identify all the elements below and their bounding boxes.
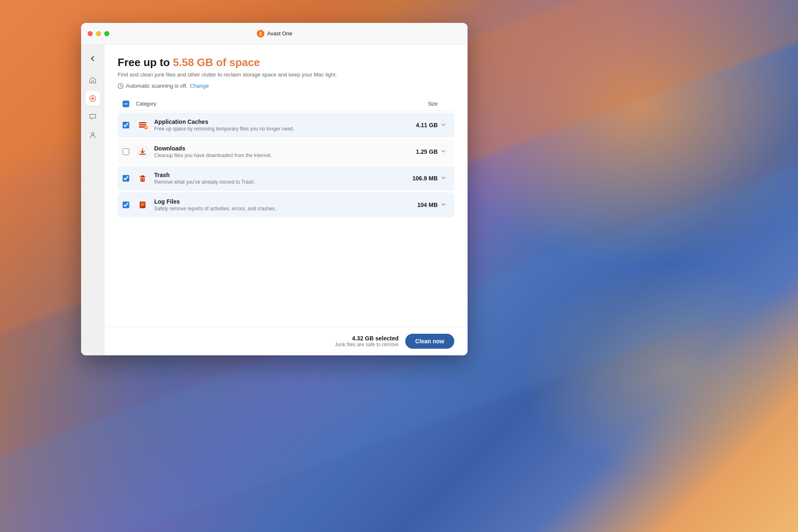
chevron-down-icon bbox=[441, 122, 446, 127]
sparkle-icon bbox=[89, 95, 96, 102]
content-header: Free up to 5.58 GB of space Find and cle… bbox=[104, 44, 468, 97]
auto-scan-text: Automatic scanning is off. bbox=[126, 83, 187, 89]
row-text-trash: Trash Remove what you've already moved t… bbox=[154, 172, 400, 185]
window-footer: 4.32 GB selected Junk files are safe to … bbox=[104, 327, 468, 355]
close-button[interactable] bbox=[88, 31, 93, 36]
page-title: Free up to 5.58 GB of space bbox=[118, 56, 454, 69]
row-name-app-caches: Application Caches bbox=[154, 118, 400, 125]
titlebar-logo: Avast One bbox=[256, 30, 292, 38]
downloads-icon bbox=[137, 146, 148, 158]
back-arrow-icon bbox=[89, 55, 96, 62]
message-icon bbox=[89, 113, 96, 121]
change-link[interactable]: Change bbox=[190, 83, 209, 89]
row-size-trash: 106.9 MB bbox=[400, 175, 438, 182]
main-content: Free up to 5.58 GB of space Find and cle… bbox=[104, 44, 468, 355]
row-checkbox-downloads[interactable] bbox=[123, 148, 129, 155]
table-row[interactable]: Application Caches Free up space by remo… bbox=[118, 113, 454, 138]
home-icon bbox=[89, 76, 96, 84]
person-icon bbox=[89, 131, 96, 139]
sidebar bbox=[81, 44, 104, 355]
row-icon-trash bbox=[136, 172, 149, 185]
back-button[interactable] bbox=[85, 51, 100, 66]
table-row[interactable]: Trash Remove what you've already moved t… bbox=[118, 166, 454, 191]
log-files-icon bbox=[137, 199, 148, 211]
row-chevron-app-caches[interactable] bbox=[438, 122, 449, 128]
table-header-size: Size bbox=[388, 101, 438, 107]
row-desc-trash: Remove what you've already moved to Tras… bbox=[154, 179, 400, 185]
window-body: Free up to 5.58 GB of space Find and cle… bbox=[81, 44, 468, 355]
row-size-log-files: 104 MB bbox=[400, 202, 438, 208]
row-size-app-caches: 4.11 GB bbox=[400, 122, 438, 128]
clock-icon bbox=[118, 83, 123, 89]
row-text-log-files: Log Files Safely remove reports of activ… bbox=[154, 198, 400, 212]
avast-logo-icon bbox=[256, 30, 265, 38]
row-icon-log-files bbox=[136, 198, 149, 212]
row-size-downloads: 1.25 GB bbox=[400, 148, 438, 155]
row-desc-app-caches: Free up space by removing temporary file… bbox=[154, 126, 400, 132]
table-header-category: Category bbox=[136, 101, 388, 107]
svg-rect-11 bbox=[140, 177, 145, 182]
row-chevron-trash[interactable] bbox=[438, 175, 449, 182]
row-name-log-files: Log Files bbox=[154, 198, 400, 205]
row-name-trash: Trash bbox=[154, 172, 400, 178]
row-checkbox-log-files[interactable] bbox=[123, 202, 129, 208]
sidebar-item-messages[interactable] bbox=[85, 109, 100, 124]
sidebar-item-account[interactable] bbox=[85, 128, 100, 143]
table-row[interactable]: Log Files Safely remove reports of activ… bbox=[118, 192, 454, 217]
maximize-button[interactable] bbox=[104, 31, 109, 36]
app-caches-icon bbox=[137, 119, 148, 131]
row-text-app-caches: Application Caches Free up space by remo… bbox=[154, 118, 400, 132]
footer-selected: 4.32 GB selected bbox=[335, 335, 399, 342]
row-icon-app-caches bbox=[136, 118, 149, 132]
sidebar-item-cleanup[interactable] bbox=[85, 91, 100, 106]
trash-icon bbox=[137, 172, 148, 184]
chevron-down-icon bbox=[441, 149, 446, 154]
table-header: Category Size bbox=[118, 97, 454, 111]
page-title-highlight: 5.58 GB of space bbox=[173, 56, 260, 69]
sidebar-item-home[interactable] bbox=[85, 73, 100, 88]
auto-scan-notice: Automatic scanning is off. Change bbox=[118, 83, 454, 89]
row-checkbox-trash[interactable] bbox=[123, 175, 129, 182]
table-row[interactable]: Downloads Cleanup files you have downloa… bbox=[118, 139, 454, 164]
footer-safe: Junk files are safe to remove bbox=[335, 342, 399, 347]
chevron-down-icon bbox=[441, 175, 446, 180]
page-subtitle: Find and clean junk files and other clut… bbox=[118, 71, 454, 78]
footer-info: 4.32 GB selected Junk files are safe to … bbox=[335, 335, 399, 347]
row-checkbox-app-caches[interactable] bbox=[123, 122, 129, 128]
svg-point-2 bbox=[91, 133, 94, 135]
svg-rect-5 bbox=[139, 122, 146, 123]
select-all-checkbox[interactable] bbox=[123, 101, 129, 107]
row-chevron-downloads[interactable] bbox=[438, 149, 449, 155]
table-container: Category Size bbox=[104, 97, 468, 327]
row-text-downloads: Downloads Cleanup files you have downloa… bbox=[154, 145, 400, 158]
row-name-downloads: Downloads bbox=[154, 145, 400, 152]
traffic-lights bbox=[88, 31, 109, 36]
row-icon-downloads bbox=[136, 145, 149, 158]
titlebar: Avast One bbox=[81, 23, 468, 44]
minimize-button[interactable] bbox=[96, 31, 101, 36]
svg-rect-6 bbox=[139, 124, 146, 126]
page-title-prefix: Free up to bbox=[118, 56, 173, 69]
row-desc-log-files: Safely remove reports of activities, err… bbox=[154, 206, 400, 212]
svg-rect-13 bbox=[140, 202, 145, 208]
chevron-down-icon bbox=[441, 202, 446, 207]
clean-now-button[interactable]: Clean now bbox=[405, 334, 454, 349]
titlebar-title: Avast One bbox=[267, 30, 292, 37]
app-window: Avast One bbox=[81, 23, 468, 355]
svg-rect-7 bbox=[139, 126, 145, 128]
row-desc-downloads: Cleanup files you have downloaded from t… bbox=[154, 153, 400, 158]
row-chevron-log-files[interactable] bbox=[438, 202, 449, 208]
